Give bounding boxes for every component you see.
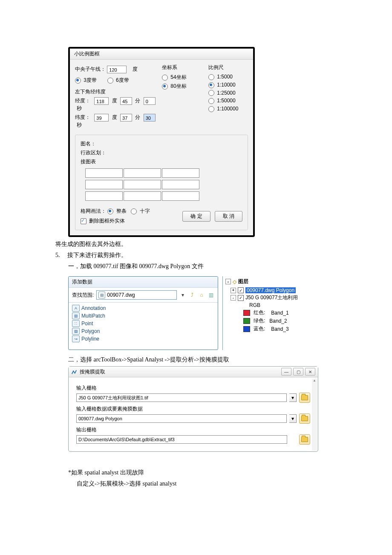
lon-sec-input[interactable]: 0 — [144, 97, 156, 105]
lat-min-unit: 分 — [135, 114, 140, 121]
lon-min-input[interactable]: 45 — [120, 97, 132, 105]
minimize-button[interactable]: — — [281, 368, 291, 376]
tool-icon — [71, 369, 77, 375]
layer-checkbox[interactable] — [238, 295, 244, 301]
expand-icon[interactable]: + — [231, 288, 236, 293]
cancel-button[interactable]: 取 消 — [215, 211, 242, 222]
input-raster-field[interactable]: J50 G 009077土地利用现状图1.tif — [76, 393, 287, 402]
lookin-dropdown[interactable]: ▤ 009077.dwg — [96, 290, 177, 300]
join-cell[interactable] — [124, 180, 161, 189]
list-item-label: Point — [81, 321, 93, 327]
radio-grid-full[interactable] — [107, 208, 113, 214]
close-button[interactable]: ✕ — [305, 368, 315, 376]
list-item[interactable]: ▧ Polygon — [72, 327, 214, 335]
layer-checkbox[interactable] — [238, 287, 244, 293]
scale-50000-label: 1:50000 — [217, 98, 235, 104]
radio-80-coord[interactable] — [162, 84, 168, 90]
lat-deg-unit: 度 — [112, 114, 117, 121]
chevron-down-icon[interactable]: ▾ — [289, 393, 297, 402]
point-icon: ∷ — [72, 320, 80, 327]
collapse-icon[interactable]: - — [231, 295, 236, 301]
radio-scale-25000[interactable] — [208, 90, 214, 96]
scrollbar[interactable] — [312, 379, 317, 451]
connect-folder-icon[interactable]: ▥ — [208, 292, 214, 298]
up-folder-icon[interactable]: ⤴ — [189, 292, 196, 298]
radio-scale-100000[interactable] — [208, 106, 214, 112]
annotation-icon: A — [72, 305, 80, 312]
folder-open-icon — [301, 395, 308, 400]
browse-button[interactable] — [299, 413, 310, 424]
rgb-label: RGB — [249, 302, 260, 308]
chevron-down-icon[interactable]: ▾ — [289, 414, 297, 423]
output-raster-field[interactable]: D:\Documents\ArcGIS\Default.gdb\Extract_… — [76, 435, 287, 444]
meridian-unit: 度 — [133, 66, 138, 73]
chevron-down-icon[interactable]: ▾ — [179, 292, 186, 298]
join-cell[interactable] — [124, 191, 161, 201]
list-item[interactable]: ∷ Point — [72, 320, 214, 327]
list-item-label: Polygon — [81, 328, 100, 334]
scale-title: 比例尺 — [208, 64, 248, 71]
output-raster-label: 输出栅格 — [76, 426, 310, 434]
lon-deg-unit: 度 — [112, 97, 117, 104]
maximize-button[interactable]: ▢ — [293, 368, 303, 376]
radio-scale-50000[interactable] — [208, 98, 214, 104]
band-blue-name: Band_3 — [271, 326, 288, 332]
browse-button[interactable] — [299, 434, 310, 445]
radio-scale-5000[interactable] — [208, 74, 214, 80]
join-cell[interactable] — [85, 191, 123, 201]
collapse-icon[interactable]: - — [225, 279, 231, 284]
dialog-title-label: 小比例图框 — [74, 51, 100, 57]
lat-label: 纬度： — [75, 114, 93, 121]
note-line-2: 自定义->拓展模块->选择 spatial analyst — [77, 480, 337, 488]
radio-54-coord[interactable] — [162, 75, 168, 81]
polygon-icon: ▧ — [72, 328, 80, 335]
join-cell[interactable] — [124, 168, 161, 178]
step-two-text: 二，选择 arcToolBox->Spatial Analyst ->提取分析-… — [68, 356, 337, 364]
radio-80-label: 80坐标 — [170, 83, 186, 89]
add-data-dialog: 添加数据 查找范围: ▤ 009077.dwg ▾ ⤴ ⌂ ▥ A Annota… — [68, 276, 218, 350]
layer-raster-label[interactable]: J50 G 009077土地利用 — [245, 294, 298, 301]
lookin-value: 009077.dwg — [107, 292, 135, 298]
check-delete-outer[interactable] — [81, 218, 86, 224]
home-icon[interactable]: ⌂ — [198, 292, 205, 298]
list-item-label: Annotation — [81, 305, 106, 311]
lon-deg-input[interactable]: 118 — [94, 97, 109, 105]
radio-6-belt[interactable] — [107, 78, 113, 84]
join-label: 接图表 — [81, 159, 96, 165]
join-cell[interactable] — [85, 168, 123, 178]
coord-title: 坐标系 — [162, 64, 202, 71]
radio-6-belt-label: 6度带 — [116, 77, 129, 83]
folder-open-icon — [301, 416, 308, 421]
corner-title: 左下角经纬度 — [75, 88, 156, 95]
small-scale-frame-dialog: 小比例图框 中央子午线： 120 度 3度带 6度带 — [68, 47, 255, 237]
join-cell[interactable] — [162, 168, 199, 178]
list-item[interactable]: ↝ Polyline — [72, 335, 214, 343]
scale-10000-label: 1:10000 — [217, 82, 235, 88]
band-green-name: Band_2 — [269, 318, 287, 324]
band-red-label: 红色: — [254, 309, 265, 316]
radio-grid-cross[interactable] — [131, 208, 137, 214]
lat-sec-input[interactable]: 30 — [144, 114, 156, 121]
join-cell[interactable] — [85, 180, 123, 189]
radio-3-belt[interactable] — [75, 78, 81, 84]
check-delete-outer-label: 删除图框外实体 — [89, 218, 125, 224]
meridian-input[interactable]: 120 — [107, 66, 127, 73]
list-item[interactable]: A Annotation — [72, 304, 214, 312]
layer-polygon-label[interactable]: 009077.dwg Polygon — [245, 287, 296, 293]
meridian-label: 中央子午线： — [75, 66, 106, 73]
join-cell[interactable] — [162, 191, 199, 201]
scale-25000-label: 1:25000 — [217, 90, 235, 96]
band-red-name: Band_1 — [271, 310, 288, 316]
lon-sec-unit: 秒 — [77, 105, 82, 112]
mask-data-field[interactable]: 009077.dwg Polygon — [76, 414, 287, 423]
list-item[interactable]: ▨ MultiPatch — [72, 312, 214, 320]
radio-scale-10000[interactable] — [208, 82, 214, 88]
ok-button[interactable]: 确 定 — [182, 211, 210, 222]
note-line-1: *如果 spatial analyst 出现故障 — [68, 469, 337, 477]
browse-button[interactable] — [299, 393, 310, 403]
lat-min-input[interactable]: 37 — [120, 114, 132, 121]
add-data-title: 添加数据 — [69, 277, 218, 288]
join-cell[interactable] — [162, 180, 199, 189]
list-item-label: Polyline — [81, 336, 99, 342]
lat-deg-input[interactable]: 39 — [94, 114, 109, 121]
